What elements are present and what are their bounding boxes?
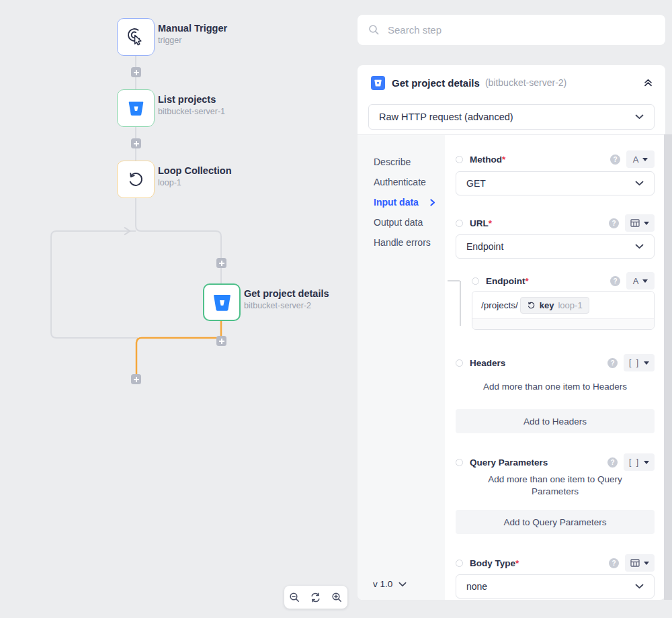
add-step-button[interactable] — [131, 138, 141, 148]
nav-label: Describe — [374, 157, 411, 167]
node-title: Loop Collection — [158, 165, 232, 176]
field-label: Method — [470, 154, 502, 165]
node-subtitle: loop-1 — [158, 178, 232, 187]
node-label-loop-collection: Loop Collection loop-1 — [158, 165, 232, 187]
operation-value: Raw HTTP request (advanced) — [379, 112, 513, 122]
help-icon[interactable]: ? — [609, 218, 619, 228]
field-type-selector[interactable] — [625, 554, 655, 572]
required-mark: * — [502, 154, 505, 165]
field-toggle-circle[interactable] — [456, 560, 463, 567]
nav-label: Handle errors — [374, 237, 431, 248]
node-label-manual-trigger: Manual Trigger trigger — [158, 23, 227, 45]
field-label: Headers — [470, 358, 505, 368]
help-icon[interactable]: ? — [610, 154, 620, 165]
field-toggle-circle[interactable] — [456, 220, 463, 227]
help-icon[interactable]: ? — [607, 358, 618, 368]
nav-label: Input data — [374, 197, 419, 208]
node-label-list-projects: List projects bitbucket-server-1 — [158, 94, 225, 116]
canvas-zoom-controls — [284, 586, 347, 609]
reset-zoom-icon[interactable] — [310, 592, 321, 603]
help-icon[interactable]: ? — [610, 276, 620, 286]
node-title: List projects — [158, 94, 225, 105]
node-loop-collection[interactable] — [117, 161, 155, 198]
nav-item-output-data[interactable]: Output data — [358, 212, 445, 232]
field-toggle-circle[interactable] — [472, 277, 479, 285]
config-nav: Describe Authenticate Input data Output … — [358, 135, 445, 600]
type-bracket: [ ] — [629, 457, 640, 467]
grid-type-icon — [630, 219, 640, 227]
chip-property: key — [540, 300, 554, 310]
add-step-button[interactable] — [131, 67, 141, 77]
method-value: GET — [466, 178, 486, 189]
chevron-right-icon — [430, 199, 435, 206]
field-endpoint: Endpoint* ? A — [456, 272, 655, 290]
type-letter: A — [633, 154, 639, 165]
node-manual-trigger[interactable] — [117, 18, 155, 56]
caret-down-icon — [644, 562, 649, 565]
nav-item-input-data[interactable]: Input data — [358, 192, 445, 212]
add-step-button[interactable] — [216, 336, 226, 346]
field-type-selector[interactable]: A — [626, 150, 655, 168]
body-type-select[interactable]: none — [456, 574, 655, 599]
nav-label: Output data — [374, 217, 423, 228]
node-subtitle: bitbucket-server-2 — [244, 301, 329, 310]
add-to-headers-button[interactable]: Add to Headers — [456, 409, 655, 433]
field-toggle-circle[interactable] — [456, 156, 463, 163]
endpoint-input-footer — [472, 318, 654, 329]
caret-down-icon — [644, 222, 649, 225]
loop-icon — [126, 170, 145, 189]
panel-scrollbar[interactable] — [664, 134, 672, 600]
search-step-bar — [358, 15, 665, 45]
field-type-selector[interactable] — [625, 214, 655, 232]
help-icon[interactable]: ? — [607, 457, 618, 468]
endpoint-input-box: /projects/ key loop-1 — [472, 291, 655, 330]
required-mark: * — [515, 558, 519, 568]
workflow-builder: { "colors": { "accent_blue": "#2e5bff", … — [0, 0, 672, 618]
field-headers: Headers ? [ ] — [456, 354, 655, 371]
field-type-selector[interactable]: [ ] — [624, 354, 655, 371]
loop-icon — [527, 301, 536, 310]
nav-item-describe[interactable]: Describe — [358, 152, 445, 172]
jsonpath-chip[interactable]: key loop-1 — [520, 297, 589, 314]
tree-indent-line — [460, 281, 461, 326]
field-method: Method* ? A — [456, 150, 655, 168]
chevron-down-icon — [635, 584, 644, 589]
nav-label: Authenticate — [374, 177, 426, 187]
field-type-selector[interactable]: A — [626, 272, 655, 290]
field-toggle-circle[interactable] — [456, 459, 463, 466]
headers-helper-text: Add more than one item to Headers — [456, 381, 655, 393]
add-step-button[interactable] — [216, 258, 226, 268]
add-step-button[interactable] — [131, 374, 141, 384]
node-title: Get project details — [244, 288, 329, 299]
node-get-project-details[interactable] — [203, 283, 241, 321]
node-subtitle: trigger — [158, 36, 227, 45]
version-selector[interactable]: v 1.0 — [373, 579, 407, 589]
chevron-down-icon — [398, 582, 407, 587]
zoom-in-icon[interactable] — [331, 592, 343, 603]
operation-select[interactable]: Raw HTTP request (advanced) — [368, 104, 655, 130]
search-step-input[interactable] — [388, 24, 655, 36]
method-select[interactable]: GET — [456, 171, 655, 195]
tree-indent-tick — [448, 280, 460, 281]
help-icon[interactable]: ? — [609, 558, 619, 568]
endpoint-input[interactable]: /projects/ key loop-1 — [472, 292, 654, 318]
node-list-projects[interactable] — [117, 89, 155, 127]
collapse-panel-icon[interactable] — [643, 77, 653, 90]
chevron-down-icon — [635, 114, 644, 120]
url-select[interactable]: Endpoint — [456, 234, 655, 259]
nav-item-handle-errors[interactable]: Handle errors — [358, 232, 445, 253]
zoom-out-icon[interactable] — [289, 592, 300, 603]
bitbucket-icon — [212, 292, 233, 313]
add-to-query-parameters-button[interactable]: Add to Query Parameters — [456, 510, 655, 534]
field-toggle-circle[interactable] — [456, 359, 463, 367]
required-mark: * — [525, 276, 528, 286]
caret-down-icon — [644, 461, 649, 464]
node-title: Manual Trigger — [158, 23, 227, 34]
caret-down-icon — [642, 279, 648, 283]
nav-item-authenticate[interactable]: Authenticate — [358, 172, 445, 192]
field-type-selector[interactable]: [ ] — [624, 453, 655, 471]
input-data-form: Method* ? A GET URL* — [445, 135, 665, 600]
caret-down-icon — [642, 158, 648, 161]
body-type-value: none — [466, 581, 487, 592]
node-subtitle: bitbucket-server-1 — [158, 107, 225, 116]
